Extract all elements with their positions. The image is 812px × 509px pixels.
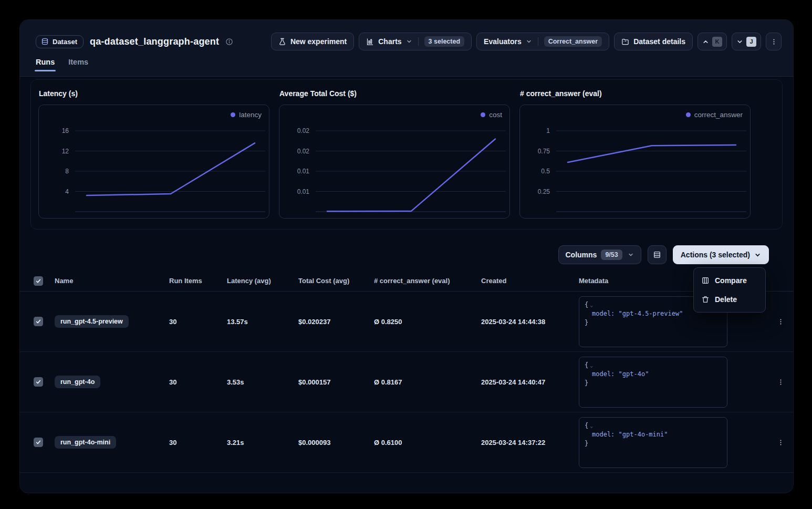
- chevron-down-icon: [526, 38, 532, 45]
- select-all-checkbox[interactable]: [34, 276, 43, 286]
- created-cell: 2025-03-24 14:37:22: [481, 439, 579, 446]
- table-row: run_gpt-4o-mini 30 3.21s $0.000093 Ø 0.6…: [20, 412, 793, 473]
- table-row: run_gpt-4.5-preview 30 13.57s $0.020237 …: [20, 292, 793, 352]
- correct-answer-cell: Ø 0.8167: [374, 378, 481, 386]
- cost-chart-svg: 0.020.020.010.01: [280, 106, 510, 217]
- latency-cell: 13.57s: [227, 318, 298, 326]
- kebab-menu-icon: [777, 378, 785, 386]
- table-toolbar: Columns 9/53 Actions (3 selected): [558, 245, 769, 264]
- legend-item[interactable]: cost: [481, 111, 502, 119]
- database-icon: [41, 38, 49, 46]
- column-header-created[interactable]: Created: [481, 277, 579, 285]
- row-height-button[interactable]: [648, 245, 667, 264]
- column-header-total-cost[interactable]: Total Cost (avg): [298, 277, 374, 285]
- metadata-json-viewer[interactable]: {⌄ model: "gpt-4o" }: [579, 357, 727, 408]
- columns-dropdown-button[interactable]: Columns 9/53: [558, 245, 641, 264]
- svg-text:0.01: 0.01: [297, 168, 310, 175]
- charts-dropdown-button[interactable]: Charts 3 selected: [359, 33, 472, 50]
- svg-text:0.75: 0.75: [538, 148, 550, 155]
- page-header: Dataset qa-dataset_langgraph-agent New e…: [20, 20, 793, 77]
- correct-answer-cell: Ø 0.6100: [374, 439, 481, 446]
- total-cost-cell: $0.000157: [298, 378, 374, 386]
- evaluators-dropdown-button[interactable]: Evaluators Correct_answer: [476, 33, 609, 50]
- chevron-down-icon: [754, 252, 761, 258]
- info-icon[interactable]: [225, 38, 233, 46]
- svg-text:0.02: 0.02: [297, 127, 310, 134]
- json-close-brace: }: [585, 440, 588, 447]
- dataset-details-label: Dataset details: [633, 37, 685, 46]
- row-checkbox[interactable]: [34, 438, 43, 447]
- dataset-details-button[interactable]: Dataset details: [614, 33, 693, 50]
- svg-text:12: 12: [62, 148, 69, 155]
- json-close-brace: }: [585, 379, 588, 387]
- tabs-bar: Runs Items: [36, 58, 88, 71]
- json-line: model: "gpt-4o-mini": [592, 430, 722, 439]
- legend-label: latency: [239, 111, 262, 119]
- tab-items[interactable]: Items: [68, 58, 88, 71]
- svg-text:8: 8: [65, 168, 69, 175]
- legend-item[interactable]: latency: [231, 111, 262, 119]
- legend-item[interactable]: correct_answer: [686, 111, 743, 119]
- column-header-correct-answer[interactable]: # correct_answer (eval): [374, 277, 481, 285]
- menu-item-delete[interactable]: Delete: [697, 290, 762, 309]
- runs-table: Name Run Items Latency (avg) Total Cost …: [20, 271, 793, 473]
- latency-chart-svg: 161284: [39, 106, 269, 217]
- svg-text:0.5: 0.5: [541, 168, 550, 175]
- column-header-latency[interactable]: Latency (avg): [227, 277, 298, 285]
- correct-answer-chart-block: # correct_answer (eval) 10.750.50.25 cor…: [519, 89, 751, 219]
- run-items-cell: 30: [169, 318, 227, 326]
- json-line: model: "gpt-4o": [592, 370, 722, 379]
- more-options-button[interactable]: [766, 33, 782, 50]
- chevron-down-icon[interactable]: ⌄: [590, 423, 593, 429]
- folder-icon: [621, 38, 629, 46]
- run-name-chip[interactable]: run_gpt-4o-mini: [55, 436, 116, 449]
- menu-item-label: Delete: [715, 295, 737, 304]
- row-checkbox[interactable]: [34, 377, 43, 387]
- run-items-cell: 30: [169, 439, 227, 446]
- flask-icon: [278, 38, 286, 46]
- legend-label: correct_answer: [694, 111, 743, 119]
- tab-runs[interactable]: Runs: [36, 58, 55, 71]
- kebab-menu-icon: [770, 38, 778, 46]
- column-header-name[interactable]: Name: [55, 277, 169, 285]
- actions-dropdown-button[interactable]: Actions (3 selected): [673, 245, 769, 264]
- row-actions-button[interactable]: [773, 314, 788, 329]
- chevron-down-icon[interactable]: ⌄: [590, 362, 593, 368]
- correct-answer-chart: 10.750.50.25 correct_answer: [519, 105, 751, 219]
- prev-item-button[interactable]: K: [698, 33, 727, 50]
- columns-count-badge: 9/53: [601, 250, 622, 260]
- rows-icon: [653, 251, 661, 259]
- charts-selected-badge: 3 selected: [424, 36, 464, 47]
- next-item-button[interactable]: J: [732, 33, 761, 50]
- chevron-down-icon: [406, 38, 412, 45]
- chart-title: # correct_answer (eval): [520, 89, 751, 98]
- new-experiment-label: New experiment: [290, 37, 347, 46]
- charts-label: Charts: [378, 37, 401, 46]
- actions-menu: Compare Delete: [693, 267, 766, 313]
- column-header-run-items[interactable]: Run Items: [169, 277, 227, 285]
- trash-icon: [701, 295, 710, 304]
- table-header-row: Name Run Items Latency (avg) Total Cost …: [20, 271, 793, 292]
- row-actions-button[interactable]: [773, 375, 788, 389]
- app-window: Dataset qa-dataset_langgraph-agent New e…: [20, 20, 793, 493]
- evaluators-label: Evaluators: [484, 37, 522, 46]
- check-icon: [35, 318, 41, 325]
- run-name-chip[interactable]: run_gpt-4o: [55, 376, 100, 388]
- dataset-type-badge: Dataset: [36, 35, 84, 48]
- latency-cell: 3.53s: [227, 378, 298, 386]
- run-name-chip[interactable]: run_gpt-4.5-preview: [55, 315, 129, 328]
- metadata-json-viewer[interactable]: {⌄ model: "gpt-4o-mini" }: [579, 417, 727, 468]
- menu-item-compare[interactable]: Compare: [697, 271, 762, 290]
- new-experiment-button[interactable]: New experiment: [271, 33, 354, 50]
- latency-cell: 3.21s: [227, 439, 298, 446]
- chevron-down-icon[interactable]: ⌄: [590, 302, 593, 308]
- run-items-cell: 30: [169, 378, 227, 386]
- row-actions-button[interactable]: [773, 435, 788, 450]
- bar-chart-icon: [366, 38, 374, 46]
- created-cell: 2025-03-24 14:44:38: [481, 318, 579, 326]
- chart-title: Average Total Cost ($): [279, 89, 510, 98]
- kebab-menu-icon: [777, 318, 785, 326]
- json-close-brace: }: [585, 319, 588, 326]
- row-checkbox[interactable]: [34, 317, 43, 326]
- svg-text:4: 4: [65, 188, 69, 195]
